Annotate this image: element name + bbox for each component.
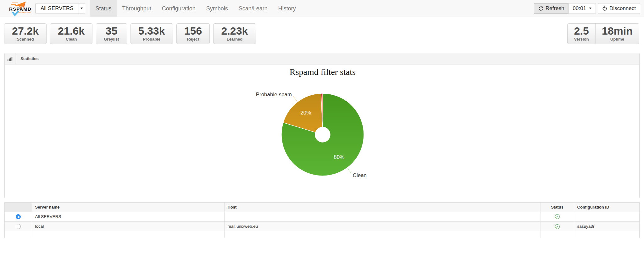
table-spacer-row [5, 231, 639, 238]
status-ok-icon: ✓ [555, 224, 560, 229]
status-ok-icon: ✓ [555, 214, 560, 219]
host-header: Host [224, 203, 541, 212]
tab-throughput[interactable]: Throughput [117, 0, 157, 17]
version-cell: 2.5 Version [568, 24, 595, 44]
stat-label: Probable [138, 37, 165, 42]
status-header: Status [541, 203, 574, 212]
tab-symbols[interactable]: Symbols [201, 0, 233, 17]
server-select-caret-box[interactable] [79, 3, 85, 14]
statistics-panel-body: Rspamd filter stats 80%Clean20%Probable … [5, 64, 639, 198]
refresh-interval-value: 00:01 [573, 5, 586, 12]
refresh-button[interactable]: Refresh [534, 3, 569, 14]
bar-chart-icon [8, 57, 13, 61]
server-name-cell: local [32, 221, 224, 231]
version-uptime-card: 2.5 Version 18min Uptime [567, 23, 639, 44]
config-id-cell [574, 212, 639, 221]
refresh-label: Refresh [546, 5, 564, 12]
server-select[interactable]: All SERVERS [35, 3, 85, 14]
stat-value: 27.2k [12, 25, 39, 36]
stat-card-learned: 2.23k Learned [213, 23, 256, 44]
rspamd-status-page: RSPAMD spam filtering system All SERVERS… [0, 0, 644, 257]
uptime-value: 18min [602, 25, 633, 36]
table-row[interactable]: local mail.unixweb.eu ✓ sasuya3r [5, 221, 639, 231]
host-cell [224, 212, 541, 221]
stat-value: 156 [184, 25, 202, 36]
disconnect-label: Disconnect [609, 5, 636, 12]
config-id-cell: sasuya3r [574, 221, 639, 231]
table-header-row: Server name Host Status Configuration ID [5, 203, 639, 212]
navbar: RSPAMD spam filtering system All SERVERS… [0, 0, 644, 17]
stat-card-greylist: 35 Greylist [96, 23, 127, 44]
logo-title: RSPAMD [9, 6, 31, 12]
panel-icon-cell [5, 53, 15, 64]
refresh-icon [538, 6, 543, 11]
logo-subtitle: spam filtering system [18, 11, 31, 13]
stat-card-reject: 156 Reject [176, 23, 210, 44]
disconnect-button[interactable]: Disconnect [598, 3, 640, 14]
stat-label: Scanned [12, 37, 39, 42]
pie-percent-label: 20% [300, 110, 311, 116]
chevron-down-icon [80, 8, 83, 9]
panel-title: Statistics [15, 53, 39, 64]
stat-value: 2.23k [221, 25, 248, 36]
tab-scan-learn[interactable]: Scan/Learn [233, 0, 273, 17]
statistics-panel: Statistics Rspamd filter stats 80%Clean2… [4, 53, 640, 198]
server-name-header: Server name [32, 203, 224, 212]
filter-stats-donut-chart: 80%Clean20%Probable spam [219, 65, 426, 204]
uptime-label: Uptime [602, 37, 633, 42]
servers-table: Server name Host Status Configuration ID… [4, 202, 640, 238]
tab-status[interactable]: Status [90, 0, 117, 17]
version-value: 2.5 [574, 25, 589, 36]
stat-card-scanned: 27.2k Scanned [4, 23, 47, 44]
chevron-down-icon [589, 8, 591, 9]
config-id-header: Configuration ID [574, 203, 639, 212]
server-radio-unselected[interactable] [16, 224, 21, 229]
stat-value: 21.6k [58, 25, 85, 36]
pie-percent-label: 80% [334, 154, 344, 160]
stat-card-probable: 5.33k Probable [130, 23, 173, 44]
pie-slice-label: Clean [353, 172, 367, 178]
stat-value: 5.33k [138, 25, 165, 36]
pie-slice-label: Probable spam [256, 92, 292, 98]
refresh-interval-dropdown[interactable]: 00:01 [568, 3, 596, 14]
stat-cards-row: 27.2k Scanned 21.6k Clean 35 Greylist 5.… [4, 23, 640, 44]
tab-configuration[interactable]: Configuration [157, 0, 201, 17]
pie-callout-line [348, 169, 351, 173]
uptime-cell: 18min Uptime [595, 24, 639, 44]
power-icon [602, 6, 607, 11]
pie-callout-line [293, 97, 297, 101]
host-cell: mail.unixweb.eu [224, 221, 541, 231]
nav-tabs: Status Throughput Configuration Symbols … [90, 0, 301, 17]
stat-label: Reject [184, 37, 202, 42]
tab-history[interactable]: History [273, 0, 301, 17]
server-radio-selected[interactable] [16, 214, 21, 219]
statistics-panel-header: Statistics [5, 53, 639, 64]
server-select-value: All SERVERS [36, 3, 79, 14]
version-label: Version [574, 37, 589, 42]
server-name-cell: All SERVERS [32, 212, 224, 221]
stat-label: Learned [221, 37, 248, 42]
stat-card-clean: 21.6k Clean [50, 23, 92, 44]
stat-label: Clean [58, 37, 85, 42]
table-row[interactable]: All SERVERS ✓ [5, 212, 639, 221]
stat-value: 35 [104, 25, 119, 36]
stat-label: Greylist [104, 37, 119, 42]
rspamd-logo: RSPAMD spam filtering system [5, 0, 31, 17]
radio-column-header [5, 203, 32, 212]
navbar-actions: Refresh 00:01 Disconnect [534, 3, 640, 14]
logo-motion-lines-icon [11, 3, 18, 4]
